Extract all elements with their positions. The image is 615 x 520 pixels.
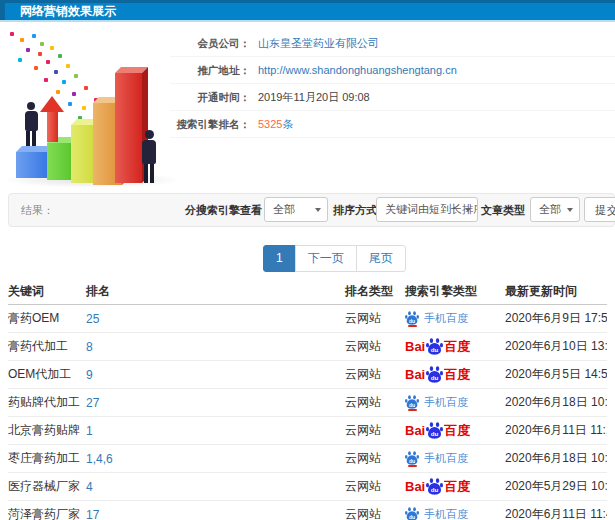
engine-rank-label: 搜索引擎排名： (170, 111, 250, 137)
cell-rank: 9 (86, 361, 345, 389)
mobile-baidu-label: 手机百度 (424, 507, 468, 520)
rank-link[interactable]: 17 (86, 508, 99, 520)
baidu-logo: Baidu百度 (405, 366, 470, 384)
baidu-paw-icon: du (426, 366, 443, 383)
svg-text:du: du (431, 430, 439, 437)
cell-keyword: 北京膏药贴牌 (8, 417, 86, 445)
cell-rank: 8 (86, 333, 345, 361)
pagination: 1 下一页 尾页 (263, 245, 406, 272)
cell-rank: 4 (86, 473, 345, 501)
title-bar: 网络营销效果展示 (0, 0, 615, 22)
header-keyword: 关键词 (8, 278, 86, 305)
red-underline-graphic (408, 465, 417, 467)
header-rank-type: 排名类型 (345, 278, 405, 305)
filter-bar: 结果： 分搜索引擎查看 全部 排序方式 关键词由短到长排序 文章类型 全部 提交 (8, 193, 615, 227)
mobile-baidu-logo: du手机百度 (405, 394, 468, 411)
table-row: 医疗器械厂家 4 云网站 Baidu百度 2020年5月29日 10:32 (8, 473, 607, 501)
mobile-baidu-label: 手机百度 (424, 395, 468, 410)
member-company-row: 会员公司： 山东皇圣堂药业有限公司 (170, 30, 615, 57)
next-page-button[interactable]: 下一页 (295, 245, 357, 272)
red-underline-graphic (408, 325, 417, 327)
baidu-paw-icon: du (405, 395, 419, 409)
header-rank: 排名 (86, 278, 345, 305)
article-type-select[interactable]: 全部 (530, 197, 580, 222)
cell-keyword: 医疗器械厂家 (8, 473, 86, 501)
table-row: 膏药代加工 8 云网站 Baidu百度 2020年6月10日 13:40 (8, 333, 607, 361)
rank-link[interactable]: 25 (86, 312, 99, 326)
cell-rank-type: 云网站 (345, 305, 405, 333)
cell-engine: Baidu百度 (405, 417, 505, 445)
cell-engine: du手机百度 (405, 305, 505, 333)
open-time-label: 开通时间： (170, 84, 250, 110)
businessman-figure-right (139, 130, 159, 183)
rank-link[interactable]: 1 (86, 424, 93, 438)
baidu-paw-icon: du (405, 451, 419, 465)
cell-keyword: 膏药代加工 (8, 333, 86, 361)
cell-update-time: 2020年6月11日 11:40 (505, 501, 607, 520)
cell-rank: 25 (86, 305, 345, 333)
cell-engine: du手机百度 (405, 501, 505, 520)
page-title: 网络营销效果展示 (20, 3, 116, 20)
last-page-button[interactable]: 尾页 (356, 245, 406, 272)
cell-rank: 17 (86, 501, 345, 520)
cell-keyword: 药贴牌代加工 (8, 389, 86, 417)
chevron-down-icon (315, 208, 321, 212)
mobile-baidu-logo: du手机百度 (405, 506, 468, 520)
cell-rank: 1,4,6 (86, 445, 345, 473)
baidu-logo: Baidu百度 (405, 338, 470, 356)
member-info-panel: 会员公司： 山东皇圣堂药业有限公司 推广地址： http://www.shand… (170, 30, 615, 138)
chevron-down-icon (567, 208, 573, 212)
red-underline-graphic (408, 409, 417, 411)
result-label: 结果： (21, 194, 54, 226)
rank-link[interactable]: 27 (86, 396, 99, 410)
cell-engine: Baidu百度 (405, 473, 505, 501)
promo-url-link[interactable]: http://www.shandonghuangshengtang.cn (258, 64, 457, 76)
cell-keyword: 菏泽膏药厂家 (8, 501, 86, 520)
up-arrow-icon (40, 96, 64, 144)
rank-link[interactable]: 9 (86, 368, 93, 382)
rank-link[interactable]: 4 (86, 480, 93, 494)
page: { "window": { "title": "网络营销效果展示" }, "in… (0, 0, 615, 520)
svg-text:du: du (409, 458, 415, 464)
submit-button[interactable]: 提交 (584, 197, 615, 222)
chevron-down-icon (465, 208, 471, 212)
chart-bar-blue (16, 152, 49, 178)
header-engine-type: 搜索引擎类型 (405, 278, 505, 305)
mobile-baidu-logo: du手机百度 (405, 450, 468, 467)
table-row: 枣庄膏药加工 1,4,6 云网站 du手机百度 2020年6月18日 10:19 (8, 445, 607, 473)
promo-url-label: 推广地址： (170, 57, 250, 83)
cell-engine: Baidu百度 (405, 333, 505, 361)
rank-link[interactable]: 8 (86, 340, 93, 354)
table-row: 菏泽膏药厂家 17 云网站 du手机百度 2020年6月11日 11:40 (8, 501, 607, 520)
baidu-logo: Baidu百度 (405, 478, 470, 496)
cell-rank-type: 云网站 (345, 361, 405, 389)
table-row: 药贴牌代加工 27 云网站 du手机百度 2020年6月18日 10:25 (8, 389, 607, 417)
page-button-current[interactable]: 1 (263, 245, 296, 272)
engine-filter-label: 分搜索引擎查看 (185, 194, 262, 226)
engine-rank-row: 搜索引擎排名： 5325条 (170, 111, 615, 138)
cell-update-time: 2020年6月9日 17:50 (505, 305, 607, 333)
cell-update-time: 2020年6月18日 10:19 (505, 445, 607, 473)
mobile-baidu-label: 手机百度 (424, 311, 468, 326)
open-time-row: 开通时间： 2019年11月20日 09:08 (170, 84, 615, 111)
marketing-chart-image (2, 26, 185, 188)
confetti-graphic (10, 32, 14, 36)
member-company-link[interactable]: 山东皇圣堂药业有限公司 (258, 37, 379, 49)
engine-rank-count: 5325 (258, 118, 282, 130)
rank-link[interactable]: 1,4,6 (86, 452, 113, 466)
baidu-paw-icon: du (426, 338, 443, 355)
cell-engine: Baidu百度 (405, 361, 505, 389)
cell-update-time: 2020年6月11日 11:18 (505, 417, 607, 445)
cell-keyword: 膏药OEM (8, 305, 86, 333)
mobile-baidu-logo: du手机百度 (405, 310, 468, 327)
table-row: OEM代加工 9 云网站 Baidu百度 2020年6月5日 14:57 (8, 361, 607, 389)
sort-filter-select[interactable]: 关键词由短到长排序 (376, 197, 478, 222)
svg-text:du: du (409, 318, 415, 324)
cell-rank-type: 云网站 (345, 473, 405, 501)
promo-url-row: 推广地址： http://www.shandonghuangshengtang.… (170, 57, 615, 84)
svg-text:du: du (431, 486, 439, 493)
chart-bar-red (115, 73, 142, 183)
article-type-label: 文章类型 (481, 194, 525, 226)
engine-filter-select[interactable]: 全部 (264, 197, 328, 222)
cell-engine: du手机百度 (405, 389, 505, 417)
